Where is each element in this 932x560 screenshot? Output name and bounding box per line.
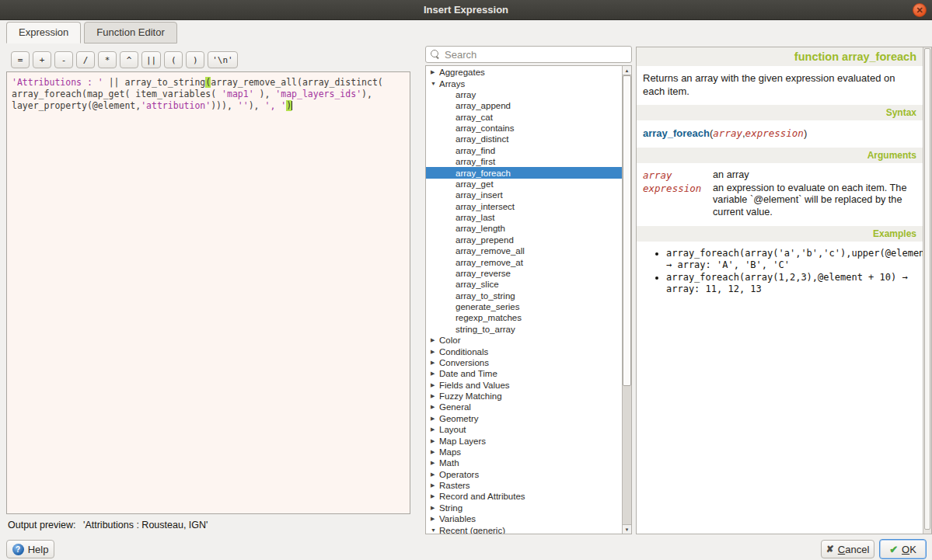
tree-item-array-distinct[interactable]: array_distinct <box>426 134 622 144</box>
help-button-label: Help <box>28 544 49 555</box>
tree-item-array-append[interactable]: array_append <box>426 100 622 111</box>
argument-name: array <box>643 169 713 182</box>
tree-group-fuzzy-matching[interactable]: ▶Fuzzy Matching <box>426 391 622 402</box>
tree-item-array[interactable]: array <box>426 89 622 100</box>
tree-group-color[interactable]: ▶Color <box>426 335 622 346</box>
tree-item-array-find[interactable]: array_find <box>426 145 622 156</box>
tree-item-array-foreach[interactable]: array_foreach <box>426 167 622 178</box>
tab-expression[interactable]: Expression <box>6 22 81 43</box>
examples-header: Examples <box>637 226 923 242</box>
tree-item-array-intersect[interactable]: array_intersect <box>426 201 622 212</box>
scroll-up-icon[interactable]: ▲ <box>623 66 631 75</box>
argument-name: expression <box>643 183 713 219</box>
operator-button-newline[interactable]: '\n' <box>208 51 238 68</box>
tree-item-regexp-matches[interactable]: regexp_matches <box>426 312 622 323</box>
tree-item-array-insert[interactable]: array_insert <box>426 190 622 200</box>
expression-code-line: array_foreach(map_get( item_variables( '… <box>12 89 405 100</box>
operator-toolbar: =+-/*^||()'\n' <box>11 51 238 68</box>
tree-item-array-first[interactable]: array_first <box>426 156 622 167</box>
tree-group-record-and-attributes[interactable]: ▶Record and Attributes <box>426 491 622 502</box>
operator-button-plus[interactable]: + <box>33 51 51 68</box>
scrollbar-thumb[interactable] <box>623 75 631 386</box>
tree-item-array-slice[interactable]: array_slice <box>426 279 622 290</box>
tree-group-map-layers[interactable]: ▶Map Layers <box>426 435 622 446</box>
tree-item-array-last[interactable]: array_last <box>426 212 622 223</box>
chevron-right-icon: ▶ <box>431 337 439 343</box>
tree-group-rasters[interactable]: ▶Rasters <box>426 480 622 491</box>
chevron-down-icon: ▼ <box>431 527 439 533</box>
tree-item-string-to-array[interactable]: string_to_array <box>426 324 622 335</box>
close-icon[interactable]: ✕ <box>913 3 927 17</box>
argument-description: an array <box>713 169 916 182</box>
cancel-button[interactable]: ✘ Cancel <box>821 540 874 558</box>
output-preview: Output preview: 'Attributions : Rousteau… <box>8 520 208 530</box>
help-button[interactable]: ? Help <box>6 540 54 558</box>
help-panel-scrollbar[interactable] <box>923 47 931 534</box>
titlebar[interactable]: Insert Expression ✕ <box>0 0 932 20</box>
chevron-right-icon: ▶ <box>431 349 439 355</box>
help-description: Returns an array with the given expressi… <box>637 66 923 105</box>
tree-group-general[interactable]: ▶General <box>426 402 622 412</box>
tree-group-maps[interactable]: ▶Maps <box>426 447 622 457</box>
operator-button-multiply[interactable]: * <box>98 51 117 68</box>
tree-item-array-remove-all[interactable]: array_remove_all <box>426 245 622 256</box>
operator-button-concat[interactable]: || <box>141 51 161 68</box>
tree-group-operators[interactable]: ▶Operators <box>426 469 622 480</box>
tree-group-layout[interactable]: ▶Layout <box>426 424 622 435</box>
chevron-right-icon: ▶ <box>431 505 439 511</box>
arguments-table: arrayan arrayexpressionan expression to … <box>637 163 923 226</box>
operator-button-close-paren[interactable]: ) <box>186 51 204 68</box>
insert-expression-dialog: Insert Expression ✕ Expression Function … <box>0 0 932 560</box>
expression-editor[interactable]: 'Attributions : ' || array_to_string(arr… <box>6 71 410 514</box>
tree-group-aggregates[interactable]: ▶Aggregates <box>426 67 622 78</box>
tree-item-array-prepend[interactable]: array_prepend <box>426 235 622 245</box>
tree-group-date-and-time[interactable]: ▶Date and Time <box>426 368 622 379</box>
chevron-right-icon: ▶ <box>431 393 439 399</box>
cancel-x-icon: ✘ <box>826 544 834 555</box>
tree-group-arrays[interactable]: ▼Arrays <box>426 78 622 89</box>
help-scrollbar-thumb[interactable] <box>924 48 930 530</box>
chevron-right-icon: ▶ <box>431 449 439 455</box>
operator-button-equals[interactable]: = <box>11 51 30 68</box>
operator-button-minus[interactable]: - <box>54 51 73 68</box>
tree-item-array-reverse[interactable]: array_reverse <box>426 268 622 279</box>
tree-group-string[interactable]: ▶String <box>426 503 622 513</box>
search-input[interactable]: Search <box>425 46 632 63</box>
tab-bar: Expression Function Editor <box>6 22 180 43</box>
chevron-right-icon: ▶ <box>431 426 439 433</box>
tree-group-variables[interactable]: ▶Variables <box>426 513 622 524</box>
operator-button-power[interactable]: ^ <box>120 51 138 68</box>
ok-button[interactable]: ✔ OK <box>879 539 927 559</box>
scroll-down-icon[interactable]: ▼ <box>623 524 631 534</box>
tree-item-array-cat[interactable]: array_cat <box>426 112 622 123</box>
tree-group-conditionals[interactable]: ▶Conditionals <box>426 346 622 357</box>
tree-item-array-to-string[interactable]: array_to_string <box>426 290 622 301</box>
tree-item-array-length[interactable]: array_length <box>426 223 622 234</box>
output-preview-label: Output preview: <box>8 520 76 530</box>
chevron-right-icon: ▶ <box>431 516 439 522</box>
syntax-signature: array_foreach(array,expression) <box>637 120 923 148</box>
help-icon: ? <box>12 544 24 555</box>
tree-item-array-get[interactable]: array_get <box>426 179 622 190</box>
chevron-right-icon: ▶ <box>431 438 439 444</box>
operator-button-open-paren[interactable]: ( <box>164 51 183 68</box>
function-list-scrollbar[interactable]: ▲ ▼ <box>622 66 631 534</box>
syntax-header: Syntax <box>637 105 923 120</box>
tree-group-geometry[interactable]: ▶Geometry <box>426 413 622 424</box>
tree-group-conversions[interactable]: ▶Conversions <box>426 357 622 368</box>
chevron-right-icon: ▶ <box>431 360 439 366</box>
tree-item-array-contains[interactable]: array_contains <box>426 123 622 134</box>
tree-item-generate-series[interactable]: generate_series <box>426 301 622 312</box>
tree-group-fields-and-values[interactable]: ▶Fields and Values <box>426 380 622 391</box>
help-title: function array_foreach <box>637 47 923 66</box>
tab-function-editor[interactable]: Function Editor <box>84 22 176 43</box>
operator-button-divide[interactable]: / <box>76 51 95 68</box>
chevron-down-icon: ▼ <box>431 81 439 86</box>
example-item: array_foreach(array(1,2,3),@element + 10… <box>666 272 918 295</box>
tree-item-array-remove-at[interactable]: array_remove_at <box>426 256 622 267</box>
arguments-header: Arguments <box>637 148 923 163</box>
chevron-right-icon: ▶ <box>431 370 439 377</box>
tree-group-recent-generic[interactable]: ▼Recent (generic) <box>426 524 622 534</box>
tree-group-math[interactable]: ▶Math <box>426 457 622 468</box>
search-icon <box>431 50 440 59</box>
